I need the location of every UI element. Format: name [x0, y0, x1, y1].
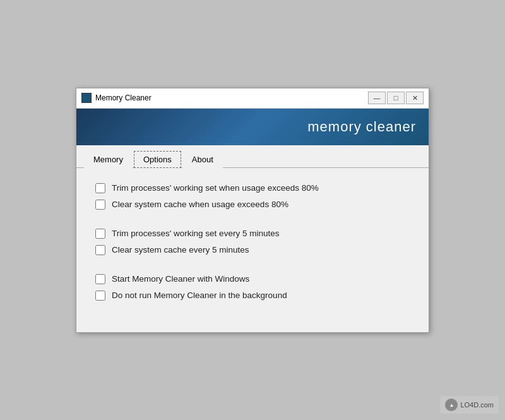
separator-1: [95, 222, 410, 229]
tab-memory[interactable]: Memory: [84, 151, 133, 168]
separator-2: [95, 268, 410, 274]
option-group-usage: Trim processes' working set when usage e…: [95, 183, 410, 210]
option-group-startup: Start Memory Cleaner with Windows Do not…: [95, 274, 410, 301]
banner-title: memory cleaner: [307, 119, 416, 135]
background-label[interactable]: Do not run Memory Cleaner in the backgro…: [112, 291, 287, 300]
clear-usage-checkbox[interactable]: [95, 200, 105, 210]
title-bar-controls: — □ ✕: [368, 92, 424, 104]
tab-options[interactable]: Options: [134, 151, 181, 168]
window-title: Memory Cleaner: [95, 93, 368, 102]
option-group-timer: Trim processes' working set every 5 minu…: [95, 229, 410, 255]
app-icon: [81, 93, 92, 103]
tab-about[interactable]: About: [182, 151, 223, 168]
app-window: Memory Cleaner — □ ✕ memory cleaner Memo…: [76, 88, 429, 333]
list-item: Do not run Memory Cleaner in the backgro…: [95, 291, 410, 301]
options-panel: Trim processes' working set when usage e…: [76, 168, 429, 332]
watermark-logo: ▲: [445, 399, 458, 411]
title-bar: Memory Cleaner — □ ✕: [76, 88, 429, 109]
trim-usage-label[interactable]: Trim processes' working set when usage e…: [112, 183, 319, 193]
startup-label[interactable]: Start Memory Cleaner with Windows: [112, 274, 249, 284]
watermark: ▲ LO4D.com: [440, 396, 499, 414]
list-item: Clear system cache when usage exceeds 80…: [95, 200, 410, 210]
trim-timer-label[interactable]: Trim processes' working set every 5 minu…: [112, 229, 279, 238]
maximize-button[interactable]: □: [387, 92, 405, 104]
list-item: Trim processes' working set every 5 minu…: [95, 229, 410, 239]
minimize-button[interactable]: —: [368, 92, 386, 104]
clear-usage-label[interactable]: Clear system cache when usage exceeds 80…: [112, 200, 288, 209]
trim-usage-checkbox[interactable]: [95, 183, 105, 193]
startup-checkbox[interactable]: [95, 274, 105, 284]
list-item: Start Memory Cleaner with Windows: [95, 274, 410, 284]
clear-timer-label[interactable]: Clear system cache every 5 minutes: [112, 245, 249, 255]
background-checkbox[interactable]: [95, 291, 105, 301]
app-banner: memory cleaner: [76, 109, 429, 145]
tab-bar: Memory Options About: [76, 145, 429, 168]
list-item: Trim processes' working set when usage e…: [95, 183, 410, 193]
close-button[interactable]: ✕: [406, 92, 424, 104]
watermark-text: LO4D.com: [460, 401, 494, 409]
clear-timer-checkbox[interactable]: [95, 245, 105, 255]
list-item: Clear system cache every 5 minutes: [95, 245, 410, 255]
trim-timer-checkbox[interactable]: [95, 229, 105, 239]
